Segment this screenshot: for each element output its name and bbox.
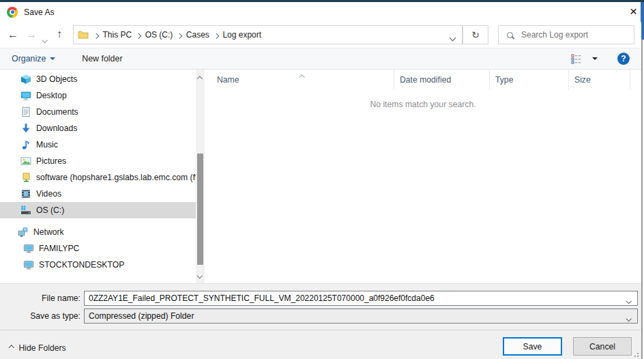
sidebar-item-software-ftp[interactable]: software (hopshare1.gslabs.lab.emc.com (…	[0, 169, 196, 186]
sidebar-item-familypc[interactable]: FAMILYPC	[0, 240, 196, 257]
column-header-row: Name Date modified Type Size	[211, 70, 634, 89]
hide-folders-button[interactable]: Hide Folders	[10, 343, 66, 353]
sidebar-item-label: software (hopshare1.gslabs.lab.emc.com (…	[36, 173, 196, 182]
empty-list-message: No items match your search.	[211, 100, 634, 109]
save-button[interactable]: Save	[503, 337, 562, 356]
window-title: Save As	[24, 8, 55, 17]
up-button[interactable]: ↑	[57, 29, 62, 40]
hide-folders-label: Hide Folders	[19, 343, 66, 353]
address-bar[interactable]: This PC OS (C:) Cases Log export	[73, 25, 463, 44]
save-as-type-dropdown-icon[interactable]	[627, 313, 631, 322]
scrollbar-thumb[interactable]	[197, 154, 203, 265]
sidebar-item-network[interactable]: Network	[0, 224, 196, 240]
sidebar-item-label: FAMILYPC	[39, 244, 79, 253]
sidebar-item-stocktondesktop[interactable]: STOCKTONDESKTOP	[0, 257, 196, 273]
network-icon	[18, 227, 29, 238]
close-button[interactable]: ×	[630, 5, 637, 18]
save-as-type-label: Save as type:	[0, 308, 80, 324]
chevron-up-icon	[9, 345, 14, 351]
drive-icon	[20, 205, 31, 216]
sidebar-group-gap	[0, 218, 196, 224]
ftp-share-icon	[20, 172, 31, 183]
navigation-bar: ← → ↑ This PC OS (C:) Cases Log export ↻	[0, 22, 641, 48]
search-box[interactable]	[498, 25, 634, 44]
column-header-size[interactable]: Size	[569, 70, 630, 89]
sidebar-item-documents[interactable]: Documents	[0, 104, 196, 120]
search-icon	[507, 32, 513, 38]
sidebar-item-label: Videos	[36, 189, 61, 199]
sidebar-item-label: OS (C:)	[36, 205, 64, 215]
sidebar-item-label: Desktop	[36, 91, 67, 100]
sidebar-scrollbar[interactable]	[196, 70, 205, 283]
organize-label: Organize	[12, 54, 46, 63]
breadcrumb-cases[interactable]: Cases	[182, 30, 214, 40]
organize-button[interactable]: Organize	[12, 54, 55, 63]
save-as-type-value: Compressed (zipped) Folder	[89, 311, 194, 321]
sidebar-item-pictures[interactable]: Pictures	[0, 153, 196, 169]
sort-ascending-icon	[300, 72, 304, 81]
chevron-down-icon	[592, 57, 598, 60]
forward-button[interactable]: →	[26, 29, 37, 40]
file-list: Name Date modified Type Size No items ma…	[211, 70, 634, 283]
column-header-type[interactable]: Type	[490, 70, 569, 89]
folder-icon	[78, 29, 89, 40]
computer-icon	[23, 243, 34, 254]
sidebar-item-label: 3D Objects	[36, 74, 77, 84]
save-as-type-select[interactable]: Compressed (zipped) Folder	[84, 308, 638, 324]
chrome-icon	[7, 7, 18, 18]
resize-grip[interactable]	[632, 350, 639, 357]
sidebar-item-desktop[interactable]: Desktop	[0, 87, 196, 104]
search-input[interactable]	[520, 29, 634, 40]
back-button[interactable]: ←	[8, 29, 18, 40]
cube-icon	[20, 74, 31, 85]
file-name-input[interactable]	[84, 291, 638, 306]
column-header-date-modified[interactable]: Date modified	[394, 70, 490, 89]
sidebar-item-label: STOCKTONDESKTOP	[39, 260, 124, 270]
dialog-content: 3D Objects Desktop Documents Downloads M…	[0, 70, 641, 283]
scrollbar-down-icon[interactable]	[198, 270, 202, 279]
dialog-right-border	[641, 40, 643, 359]
sidebar-item-label: Documents	[36, 107, 78, 117]
details-view-icon	[571, 53, 582, 64]
chevron-down-icon	[50, 57, 55, 60]
sidebar-item-label: Network	[33, 227, 64, 237]
help-button[interactable]: ?	[617, 53, 630, 65]
picture-icon	[20, 156, 31, 167]
computer-icon	[23, 259, 34, 270]
monitor-icon	[20, 90, 31, 101]
sidebar-item-music[interactable]: Music	[0, 137, 196, 153]
view-selector-button[interactable]	[571, 53, 598, 64]
sidebar-item-videos[interactable]: Videos	[0, 186, 196, 202]
sidebar-item-label: Pictures	[36, 156, 66, 166]
document-icon	[20, 106, 31, 117]
command-toolbar: Organize New folder ?	[0, 48, 641, 70]
download-arrow-icon	[20, 123, 31, 134]
breadcrumb-log-export[interactable]: Log export	[218, 30, 265, 40]
sidebar-item-label: Music	[36, 140, 58, 149]
sidebar-item-label: Downloads	[36, 124, 77, 133]
footer-divider	[0, 330, 641, 330]
film-icon	[20, 188, 31, 199]
cancel-button[interactable]: Cancel	[573, 337, 632, 356]
music-note-icon	[20, 139, 31, 150]
sidebar-item-3d-objects[interactable]: 3D Objects	[0, 71, 196, 87]
scrollbar-up-icon[interactable]	[198, 73, 202, 83]
navigation-pane: 3D Objects Desktop Documents Downloads M…	[0, 70, 196, 283]
history-chevron-icon[interactable]	[43, 33, 47, 44]
file-name-label: File name:	[0, 291, 80, 306]
sidebar-item-os-c[interactable]: OS (C:)	[0, 202, 196, 218]
sidebar-item-downloads[interactable]: Downloads	[0, 120, 196, 137]
breadcrumb-this-pc[interactable]: This PC	[99, 30, 136, 40]
address-dropdown-icon[interactable]	[450, 33, 455, 42]
title-bar: Save As	[0, 2, 641, 22]
dialog-footer: File name: Save as type: Compressed (zip…	[0, 283, 641, 359]
breadcrumb-os-c[interactable]: OS (C:)	[141, 30, 177, 40]
file-name-dropdown-icon[interactable]	[627, 295, 631, 304]
new-folder-button[interactable]: New folder	[82, 54, 122, 63]
refresh-button[interactable]: ↻	[463, 25, 488, 44]
